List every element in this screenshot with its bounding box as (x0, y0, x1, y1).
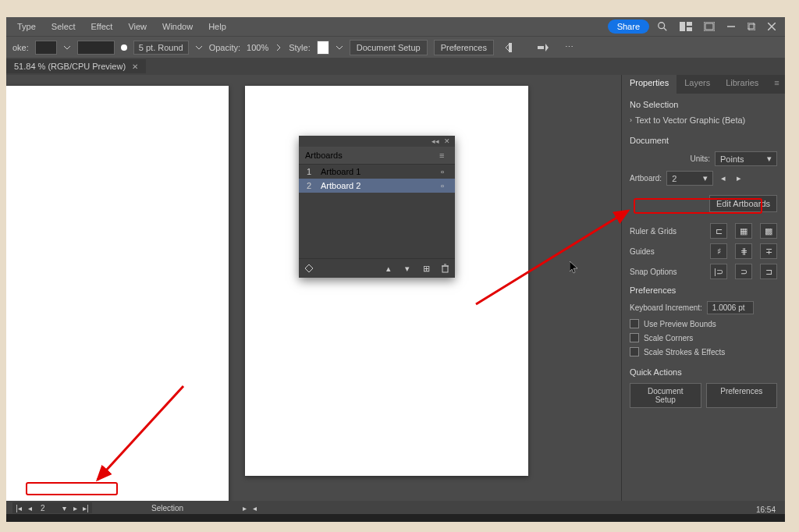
brush-preset[interactable]: 5 pt. Round (133, 41, 189, 55)
svg-rect-14 (442, 266, 448, 272)
chevron-down-icon[interactable] (63, 44, 71, 51)
style-swatch[interactable] (317, 41, 329, 55)
preferences-button[interactable]: Preferences (434, 40, 494, 55)
menu-type[interactable]: Type (11, 20, 42, 34)
stroke-label: oke: (12, 43, 29, 52)
qa-doc-setup-button[interactable]: Document Setup (630, 383, 701, 408)
last-artboard-icon[interactable]: ▸| (81, 503, 91, 512)
style-label: Style: (289, 43, 311, 52)
menu-view[interactable]: View (122, 20, 153, 34)
close-panel-icon[interactable]: ✕ (444, 137, 450, 145)
smart-guides-icon[interactable]: ∓ (760, 243, 777, 259)
use-preview-bounds-checkbox[interactable]: Use Preview Bounds (630, 319, 777, 328)
artboard-nav-dropdown-icon[interactable]: ▾ (59, 503, 69, 512)
tab-layers[interactable]: Layers (676, 75, 718, 94)
artboard-nav-value[interactable]: 2 (36, 504, 58, 512)
chevron-down-icon[interactable] (336, 44, 343, 51)
artboard-select[interactable]: 2▾ (666, 171, 713, 186)
menu-effect[interactable]: Effect (84, 20, 119, 34)
menu-window[interactable]: Window (156, 20, 199, 34)
current-tool-label: Selection (151, 504, 183, 512)
artboard-options-icon[interactable]: ▫ (441, 167, 450, 176)
move-up-icon[interactable]: ▴ (383, 263, 394, 274)
preferences-section-title: Preferences (630, 286, 777, 295)
tab-properties[interactable]: Properties (622, 75, 676, 94)
opacity-value[interactable]: 100% (247, 43, 268, 52)
doc-tab[interactable]: 51.84 % (RGB/CPU Preview) ✕ (6, 59, 146, 73)
menu-help[interactable]: Help (202, 20, 233, 34)
delete-artboard-icon[interactable] (439, 263, 450, 274)
chevron-right-icon: › (630, 116, 632, 124)
close-tab-icon[interactable]: ✕ (132, 62, 138, 71)
next-artboard-button[interactable]: ▸ (733, 173, 744, 184)
lock-guides-icon[interactable]: ⋕ (735, 243, 752, 259)
doc-tab-bar: 51.84 % (RGB/CPU Preview) ✕ (6, 58, 785, 75)
scale-strokes-checkbox[interactable]: Scale Strokes & Effects (630, 347, 777, 356)
scale-corners-checkbox[interactable]: Scale Corners (630, 333, 777, 342)
artboards-float-panel[interactable]: ◂◂ ✕ Artboards ≡ 1 Artboard 1 ▫ 2 Artboa… (299, 136, 455, 278)
artboard-options-icon[interactable]: ▫ (441, 181, 450, 190)
doc-setup-button[interactable]: Document Setup (350, 40, 428, 55)
workspace-icon[interactable] (679, 20, 693, 34)
units-select[interactable]: Points▾ (715, 151, 777, 166)
scroll-right-icon[interactable]: ▸ (243, 504, 247, 512)
qa-preferences-button[interactable]: Preferences (706, 383, 778, 408)
transparency-grid-icon[interactable]: ▩ (760, 223, 777, 239)
text-to-vector-row[interactable]: › Text to Vector Graphic (Beta) (630, 115, 777, 125)
clock: 16:54 (756, 505, 776, 514)
tab-libraries[interactable]: Libraries (718, 75, 766, 94)
artboards-panel-header: Artboards ≡ (299, 147, 455, 165)
show-guides-icon[interactable]: ♯ (710, 243, 727, 259)
stroke-color-swatch[interactable] (35, 41, 57, 55)
expand-panel-icon[interactable] (536, 41, 550, 55)
panel-tabs: Properties Layers Libraries ≡ (622, 75, 785, 94)
share-button[interactable]: Share (608, 20, 649, 34)
quick-actions-title: Quick Actions (630, 367, 777, 377)
menu-select[interactable]: Select (45, 20, 82, 34)
snap-point-icon[interactable]: |⊃ (710, 264, 727, 279)
new-artboard-icon[interactable]: ⊞ (421, 263, 431, 274)
search-icon[interactable] (655, 20, 669, 34)
svg-rect-12 (509, 43, 512, 52)
rearrange-icon[interactable] (304, 263, 314, 274)
svg-rect-9 (749, 24, 755, 30)
prev-artboard-icon[interactable]: ◂ (25, 503, 34, 512)
panel-menu-icon[interactable]: ≡ (766, 75, 787, 94)
stroke-weight-field[interactable] (77, 41, 115, 55)
more-icon[interactable]: ⋯ (563, 41, 577, 55)
chevron-right-icon[interactable] (275, 44, 282, 51)
artboards-panel-footer: ▴ ▾ ⊞ (299, 258, 455, 278)
ruler-icon[interactable]: ⊏ (710, 223, 727, 239)
guides-label: Guides (630, 247, 705, 256)
ruler-grids-label: Ruler & Grids (630, 227, 705, 236)
first-artboard-icon[interactable]: |◂ (14, 503, 23, 512)
move-down-icon[interactable]: ▾ (402, 263, 413, 274)
artboard-row[interactable]: 1 Artboard 1 ▫ (299, 165, 455, 179)
snap-grid-icon[interactable]: ⊃ (735, 264, 752, 279)
taskbar (6, 514, 785, 522)
snap-pixel-icon[interactable]: ⊐ (760, 264, 777, 279)
artboard-1[interactable] (6, 86, 229, 501)
edit-artboards-button[interactable]: Edit Artboards (709, 195, 777, 212)
prev-artboard-button[interactable]: ◂ (718, 173, 729, 184)
arrange-docs-icon[interactable] (702, 20, 716, 34)
close-icon[interactable] (766, 21, 777, 32)
svg-point-0 (659, 23, 665, 29)
collapse-icon[interactable]: ◂◂ (431, 137, 439, 145)
grid-icon[interactable]: ▦ (735, 223, 752, 239)
align-icon[interactable] (503, 41, 517, 55)
minimize-icon[interactable] (726, 21, 737, 32)
artboard-label: Artboard: (630, 174, 662, 183)
snap-options-label: Snap Options (630, 268, 705, 276)
maximize-icon[interactable] (746, 21, 757, 32)
artboards-list: 1 Artboard 1 ▫ 2 Artboard 2 ▫ (299, 165, 455, 258)
options-bar: oke: 5 pt. Round Opacity: 100% Style: Do… (6, 36, 785, 58)
next-artboard-icon[interactable]: ▸ (70, 503, 80, 512)
panel-menu-icon[interactable]: ≡ (439, 151, 449, 160)
kbd-increment-input[interactable]: 1.0006 pt (707, 301, 754, 314)
artboard-row[interactable]: 2 Artboard 2 ▫ (299, 179, 455, 193)
properties-panel: Properties Layers Libraries ≡ No Selecti… (621, 75, 785, 501)
scroll-left-icon[interactable]: ◂ (253, 504, 257, 512)
artboard-index: 2 (304, 181, 314, 190)
chevron-down-icon[interactable] (195, 44, 203, 51)
